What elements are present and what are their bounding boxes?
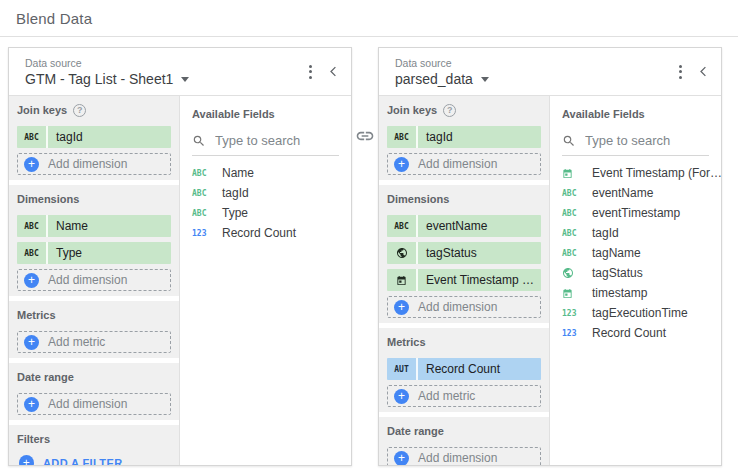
available-field[interactable]: timestamp [562,283,709,303]
section-label: Filters [17,433,171,446]
text-type-icon: ABC [387,126,418,148]
panel-header: Data source GTM - Tag List - Sheet1 [9,48,351,96]
panel-header-actions [305,63,341,81]
plus-icon: + [24,273,39,288]
available-field[interactable]: ABCType [192,203,339,223]
auto-type-icon: AUT [387,358,418,380]
join-gap [352,47,378,466]
add-dimension-button[interactable]: + Add dimension [17,269,171,291]
panel-header-actions [675,63,711,81]
chevron-down-icon [181,77,189,82]
field-chip[interactable]: ABCName [17,215,171,237]
field-chip[interactable]: tagStatus [387,242,541,264]
panel-header: Data source parsed_data [379,48,721,96]
available-field[interactable]: 123tagExecutionTime [562,303,709,323]
search-input[interactable] [585,133,709,148]
text-type-icon: ABC [562,229,592,238]
available-field-label: Event Timestamp (For… [592,166,721,180]
dimensions-section: Dimensions ABCeventNametagStatusEvent Ti… [379,185,549,323]
add-dimension-button[interactable]: + Add dimension [387,296,541,318]
section-label: Metrics [387,336,541,349]
date-range-section: Date range + Add dimension [9,363,179,420]
data-source-label: Data source [25,57,189,69]
help-icon[interactable]: ? [443,104,456,117]
date-type-icon [387,269,418,291]
data-source-selector[interactable]: GTM - Tag List - Sheet1 [25,71,189,87]
add-dimension-button[interactable]: + Add dimension [17,393,171,415]
data-source-panel-right: Data source parsed_data Join keys ? [378,47,722,466]
field-chip[interactable]: ABCtagId [387,126,541,148]
available-field[interactable]: ABCtagName [562,243,709,263]
available-field[interactable]: ABCeventName [562,183,709,203]
metrics-section: Metrics + Add metric [9,301,179,358]
field-chip[interactable]: ABCtagId [17,126,171,148]
more-options-icon[interactable] [675,63,686,81]
available-field-label: Name [222,166,254,180]
plus-icon: + [394,451,409,466]
collapse-panel-icon[interactable] [326,64,341,79]
add-button-label: Add metric [48,335,105,349]
available-field[interactable]: tagStatus [562,263,709,283]
section-label: Join keys ? [387,104,541,117]
blend-panels-row: Data source GTM - Tag List - Sheet1 Join… [0,37,738,466]
join-keys-label: Join keys [17,104,67,117]
add-dimension-button[interactable]: + Add dimension [17,153,171,175]
text-type-icon: ABC [17,242,48,264]
add-dimension-button[interactable]: + Add dimension [387,447,541,465]
text-type-icon: ABC [192,169,222,178]
available-field-label: tagId [592,226,619,240]
search-icon [192,134,206,148]
collapse-panel-icon[interactable] [696,64,711,79]
add-button-label: Add dimension [48,157,127,171]
field-chip[interactable]: ABCeventName [387,215,541,237]
filters-section: Filters + ADD A FILTER [9,425,179,465]
date-type-icon [562,168,592,179]
available-fields-panel: Available Fields ABCNameABCtagIdABCType1… [179,96,351,465]
page-header: Blend Data [0,0,738,37]
available-field-label: eventName [592,186,653,200]
search-icon [562,134,576,148]
data-source-block: Data source parsed_data [395,57,489,87]
help-icon[interactable]: ? [73,104,86,117]
search-input[interactable] [215,133,339,148]
add-button-label: Add dimension [418,451,497,465]
field-chip-label: tagId [48,130,89,144]
field-chip-label: Name [48,219,94,233]
more-options-icon[interactable] [305,63,316,81]
available-field[interactable]: 123Record Count [562,323,709,343]
data-source-panel-left: Data source GTM - Tag List - Sheet1 Join… [8,47,352,466]
number-type-icon: 123 [192,229,222,238]
text-type-icon: ABC [562,189,592,198]
field-search [562,133,709,156]
available-field[interactable]: 123Record Count [192,223,339,243]
date-range-section: Date range + Add dimension [379,417,549,465]
field-chip-label: Record Count [418,362,506,376]
plus-icon: + [394,389,409,404]
section-label: Dimensions [387,193,541,206]
available-field-label: eventTimestamp [592,206,680,220]
field-chip[interactable]: Event Timestamp (For… [387,269,541,291]
available-field-label: tagExecutionTime [592,306,688,320]
field-chip-label: tagId [418,130,459,144]
add-metric-button[interactable]: + Add metric [387,385,541,407]
available-field-label: Type [222,206,248,220]
field-chip-label: tagStatus [418,246,483,260]
available-field[interactable]: ABCtagId [192,183,339,203]
available-field[interactable]: ABCtagId [562,223,709,243]
field-chip[interactable]: AUTRecord Count [387,358,541,380]
join-link-icon[interactable] [355,126,375,146]
panel-body: Join keys ? ABCtagId + Add dimension Dim… [379,96,721,465]
data-source-selector[interactable]: parsed_data [395,71,489,87]
plus-icon: + [394,157,409,172]
add-button-label: Add dimension [418,157,497,171]
plus-icon: + [24,157,39,172]
field-chip[interactable]: ABCType [17,242,171,264]
add-dimension-button[interactable]: + Add dimension [387,153,541,175]
available-field[interactable]: Event Timestamp (For… [562,163,709,183]
join-keys-label: Join keys [387,104,437,117]
available-field[interactable]: ABCeventTimestamp [562,203,709,223]
add-filter-button[interactable]: + ADD A FILTER [17,455,171,465]
available-field[interactable]: ABCName [192,163,339,183]
add-metric-button[interactable]: + Add metric [17,331,171,353]
data-source-name: parsed_data [395,71,473,87]
